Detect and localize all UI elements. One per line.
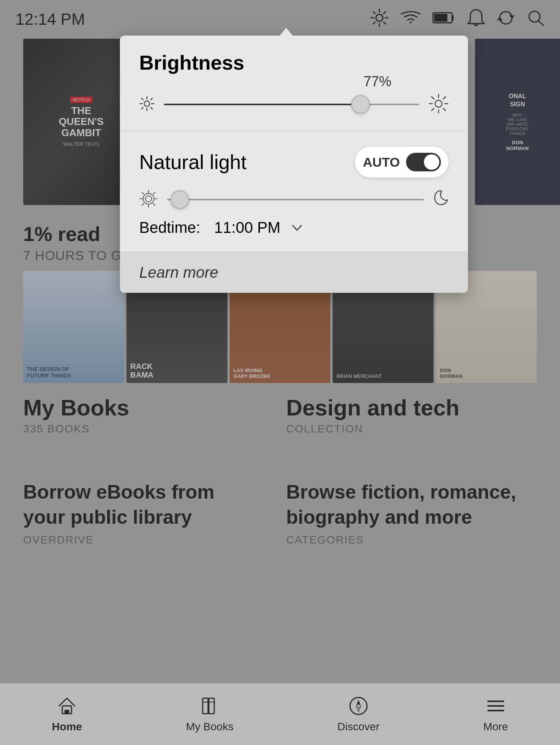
brightness-slider-fill [164, 104, 360, 105]
svg-line-20 [151, 98, 152, 100]
sun-small-icon [139, 96, 155, 113]
learn-more-link[interactable]: Learn more [139, 264, 219, 281]
natural-slider-track[interactable] [167, 199, 424, 200]
brightness-row [139, 94, 449, 115]
learn-more-section: Learn more [120, 252, 468, 293]
sun-large-icon [429, 94, 449, 115]
natural-light-slider-row [139, 189, 449, 210]
natural-light-label: Natural light [139, 150, 246, 174]
svg-line-30 [432, 108, 434, 111]
auto-toggle-switch[interactable] [406, 153, 441, 171]
chevron-down-icon[interactable] [291, 220, 303, 235]
brightness-slider-thumb [351, 95, 370, 114]
svg-line-39 [153, 192, 155, 194]
bedtime-time: 11:00 PM [214, 219, 280, 236]
popup-arrow [278, 28, 294, 37]
svg-line-21 [142, 108, 143, 109]
natural-light-section: Natural light AUTO [120, 131, 468, 252]
natural-slider-thumb [171, 190, 189, 209]
auto-toggle-container[interactable]: AUTO [355, 147, 449, 178]
svg-point-22 [435, 100, 442, 107]
svg-line-37 [142, 192, 144, 194]
moon-icon [433, 189, 449, 210]
svg-point-32 [143, 193, 154, 204]
svg-line-28 [443, 108, 446, 111]
brightness-slider-track[interactable] [164, 104, 419, 105]
svg-point-13 [144, 101, 150, 106]
brightness-popup: Brightness 77% [120, 36, 468, 293]
svg-line-18 [142, 98, 143, 100]
brightness-percent-label: 77% [364, 73, 391, 90]
svg-line-19 [151, 108, 152, 109]
svg-line-29 [443, 97, 446, 99]
toggle-knob [424, 154, 439, 170]
bedtime-row: Bedtime: 11:00 PM [139, 219, 449, 236]
natural-light-row: Natural light AUTO [139, 147, 449, 178]
svg-point-31 [145, 196, 152, 202]
brightness-slider-container: 77% [139, 94, 449, 115]
auto-label: AUTO [363, 155, 400, 170]
sun-natural-icon [139, 190, 158, 210]
svg-line-27 [432, 97, 434, 99]
brightness-title: Brightness [139, 51, 449, 74]
brightness-section: Brightness 77% [120, 36, 468, 131]
bedtime-label: Bedtime: [139, 219, 200, 236]
svg-line-40 [142, 203, 144, 205]
svg-line-38 [153, 203, 155, 205]
